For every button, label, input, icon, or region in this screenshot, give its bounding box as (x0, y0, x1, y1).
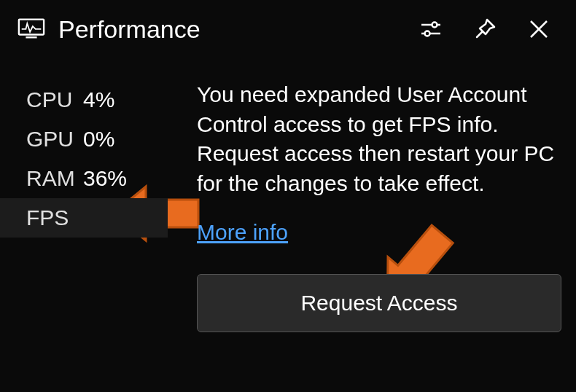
message-text: You need expanded User Account Control a… (197, 80, 561, 198)
stat-row-gpu[interactable]: GPU 0% (26, 119, 168, 159)
performance-monitor-icon (17, 16, 45, 42)
titlebar: Performance (0, 0, 576, 58)
pin-icon[interactable] (472, 17, 497, 42)
stat-label: RAM (26, 166, 83, 191)
titlebar-right (419, 17, 559, 42)
stat-label: FPS (26, 205, 83, 230)
stat-row-cpu[interactable]: CPU 4% (26, 80, 168, 119)
stats-panel: CPU 4% GPU 0% RAM 36% FPS (0, 80, 168, 332)
stat-label: CPU (26, 87, 83, 112)
settings-sliders-icon[interactable] (419, 17, 443, 42)
stat-value: 36% (83, 166, 127, 191)
more-info-link[interactable]: More info (197, 220, 288, 245)
button-label: Request Access (300, 291, 457, 315)
svg-point-5 (425, 31, 430, 36)
svg-rect-0 (19, 20, 44, 35)
stat-value: 4% (83, 87, 114, 112)
stat-row-fps[interactable]: FPS (0, 198, 168, 238)
page-title: Performance (58, 15, 201, 44)
svg-point-3 (432, 23, 437, 28)
close-icon[interactable] (526, 17, 551, 42)
request-access-button[interactable]: Request Access (197, 274, 561, 332)
stat-value: 0% (83, 127, 114, 152)
content-area: CPU 4% GPU 0% RAM 36% FPS You need expan… (0, 58, 576, 332)
stat-label: GPU (26, 127, 83, 152)
stat-row-ram[interactable]: RAM 36% (26, 159, 168, 198)
titlebar-left: Performance (17, 15, 201, 44)
message-panel: You need expanded User Account Control a… (168, 80, 576, 332)
svg-line-6 (477, 32, 482, 37)
